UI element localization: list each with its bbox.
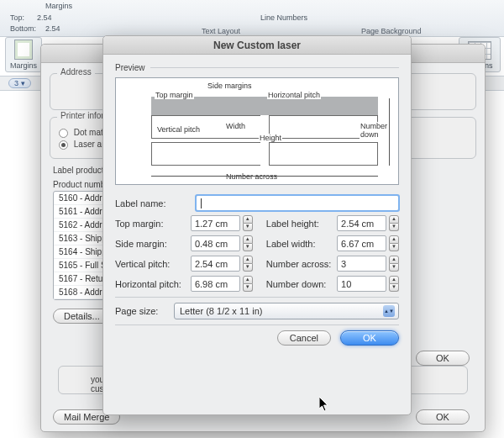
label-name-label: Label name:	[115, 198, 196, 208]
ribbon-textlayout-group: Text Layout	[202, 27, 240, 35]
labels-ok-button[interactable]: OK	[416, 351, 470, 366]
new-custom-laser-dialog: New Custom laser Preview Side margins To…	[102, 35, 412, 415]
ribbon: Margins Top: 2.54 Bottom: 2.54 Text Layo…	[0, 0, 504, 37]
ruler-tab-label: 3	[14, 79, 18, 87]
caret-icon	[201, 198, 202, 208]
page-size-label: Page size:	[115, 306, 174, 316]
cap-hpitch: Horizontal pitch	[267, 91, 321, 99]
ribbon-margins-label: Margins	[45, 2, 72, 10]
cap-numacross: Number across	[225, 172, 278, 181]
number-down-label: Number down:	[266, 279, 337, 289]
cap-width: Width	[225, 122, 246, 130]
side-margin-input[interactable]: 0.48 cm	[191, 235, 240, 251]
ribbon-pagebg-group: Page Background	[361, 27, 422, 35]
cap-numdown: Number down	[360, 122, 398, 139]
side-margin-stepper[interactable]: ▲▼	[243, 235, 253, 251]
top-margin-label: Top margin:	[115, 219, 191, 229]
new-custom-laser-title: New Custom laser	[103, 36, 411, 55]
cap-height: Height	[259, 134, 282, 142]
top-margin-stepper[interactable]: ▲▼	[243, 215, 253, 231]
preview-label: Preview	[115, 63, 145, 72]
number-across-label: Number across:	[266, 259, 337, 269]
labels-ok-button-2[interactable]: OK	[416, 409, 470, 425]
horizontal-pitch-stepper[interactable]: ▲▼	[243, 276, 253, 292]
label-width-input[interactable]: 6.67 cm	[337, 235, 386, 251]
label-width-label: Label width:	[266, 239, 337, 249]
margins-icon	[14, 40, 33, 60]
address-legend: Address	[57, 67, 95, 77]
ribbon-bottom-label: Bottom:	[10, 24, 36, 33]
radio-icon	[59, 129, 68, 138]
number-across-stepper[interactable]: ▲▼	[389, 256, 399, 272]
label-height-stepper[interactable]: ▲▼	[389, 215, 399, 231]
vertical-pitch-label: Vertical pitch:	[115, 259, 191, 269]
label-height-label: Label height:	[266, 219, 337, 229]
preview-diagram: Side margins Top margin Horizontal pitch…	[115, 77, 399, 185]
vertical-pitch-stepper[interactable]: ▲▼	[243, 256, 253, 272]
top-margin-input[interactable]: 1.27 cm	[191, 215, 240, 231]
page-size-value: Letter (8 1/2 x 11 in)	[180, 306, 262, 316]
cancel-button[interactable]: Cancel	[277, 330, 331, 346]
label-width-stepper[interactable]: ▲▼	[389, 235, 399, 251]
margins-button[interactable]: Margins	[5, 37, 42, 72]
cap-vpitch: Vertical pitch	[156, 125, 201, 134]
horizontal-pitch-input[interactable]: 6.98 cm	[191, 276, 240, 292]
label-name-input[interactable]	[196, 195, 399, 211]
ribbon-linenumbers: Line Numbers	[260, 13, 307, 22]
page-size-select[interactable]: Letter (8 1/2 x 11 in) ▲▼	[174, 303, 399, 319]
ruler-tab[interactable]: 3 ▾	[8, 78, 31, 88]
vertical-pitch-input[interactable]: 2.54 cm	[191, 256, 240, 272]
ribbon-top-label: Top:	[10, 13, 24, 22]
cap-topmargin: Top margin	[155, 91, 194, 99]
ribbon-top-value: 2.54	[37, 13, 52, 22]
cap-sidemargins: Side margins	[207, 82, 253, 90]
radio-icon	[59, 140, 68, 150]
label-height-input[interactable]: 2.54 cm	[337, 215, 386, 231]
ribbon-bottom-value: 2.54	[45, 24, 60, 33]
select-arrows-icon: ▲▼	[383, 305, 395, 317]
number-down-input[interactable]: 10	[337, 276, 386, 292]
ok-button[interactable]: OK	[340, 330, 399, 346]
horizontal-pitch-label: Horizontal pitch:	[115, 279, 191, 289]
margins-button-label: Margins	[10, 61, 37, 70]
side-margin-label: Side margin:	[115, 239, 191, 249]
number-down-stepper[interactable]: ▲▼	[389, 276, 399, 292]
number-across-input[interactable]: 3	[337, 256, 386, 272]
